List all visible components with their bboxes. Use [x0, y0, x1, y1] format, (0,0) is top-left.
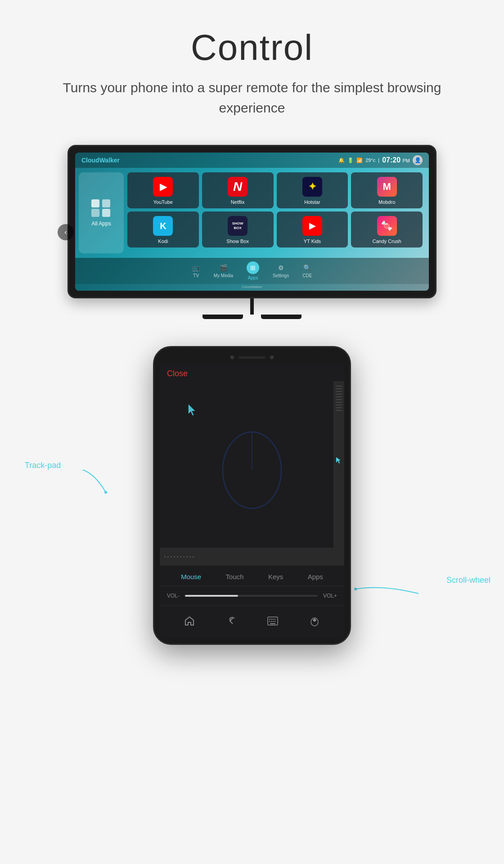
- subtitle: Turns your phone into a super remote for…: [36, 77, 468, 118]
- apps-icon: ⊞: [247, 261, 259, 274]
- tv-battery-icon: 🔋: [347, 158, 354, 163]
- ytkids-label: YT Kids: [304, 238, 321, 244]
- hotstar-icon: ✦: [302, 177, 322, 197]
- trackpad-label: Track-pad: [25, 461, 61, 470]
- phone-scroll-bar[interactable]: [333, 381, 344, 548]
- tv-nav-bar: 📺 TV 🎬 My Media ⊞ Apps ⚙ Settings 🔍: [75, 258, 429, 284]
- tv-brand: CloudWalker: [81, 157, 120, 164]
- tv-statusbar-right: 🔔 🔋 📶 29°c | 07:20 PM 👤: [338, 155, 423, 165]
- showbox-icon: SHOWBOX: [228, 216, 248, 236]
- vol-slider[interactable]: [185, 595, 318, 597]
- netflix-icon: N: [228, 177, 248, 197]
- tv-nav-apps[interactable]: ⊞ Apps: [247, 261, 259, 280]
- phone-bottom-nav: [160, 605, 344, 637]
- kodi-icon: K: [153, 216, 173, 236]
- vol-low-label: VOL-: [167, 593, 180, 599]
- cde-icon: 🔍: [303, 264, 311, 272]
- candy-icon: 🍬: [377, 216, 397, 236]
- tv-prev-arrow[interactable]: ‹: [58, 224, 74, 240]
- tv-statusbar: CloudWalker 🔔 🔋 📶 29°c | 07:20 PM 👤: [75, 153, 429, 168]
- app-tile-showbox[interactable]: SHOWBOX Show Box: [202, 212, 274, 248]
- kodi-label: Kodi: [158, 238, 168, 244]
- scroll-line: [336, 407, 342, 408]
- candy-label: Candy Crush: [373, 238, 401, 244]
- page-title: Control: [36, 27, 468, 68]
- scroll-line: [336, 394, 342, 395]
- tv-nav-settings[interactable]: ⚙ Settings: [273, 264, 289, 278]
- svg-point-1: [354, 588, 357, 590]
- tv-stand-pole: [250, 298, 254, 315]
- tv-brand-footer: CloudWalker: [75, 284, 429, 291]
- phone-wrapper: Close: [153, 346, 351, 645]
- scroll-cursor-icon: [335, 456, 342, 466]
- mouse-drawing: [207, 407, 297, 522]
- tv-foot-left: [202, 315, 243, 319]
- all-apps-label: All Apps: [91, 220, 111, 227]
- netflix-label: Netflix: [231, 199, 245, 205]
- tv-screen: CloudWalker 🔔 🔋 📶 29°c | 07:20 PM 👤: [75, 153, 429, 291]
- tv-nav-cde[interactable]: 🔍 CDE: [302, 264, 312, 278]
- close-button[interactable]: Close: [167, 369, 188, 378]
- mymedia-icon: 🎬: [219, 264, 227, 272]
- app-tile-hotstar[interactable]: ✦ Hotstar: [277, 172, 348, 208]
- tv-nav-cde-label: CDE: [302, 273, 312, 278]
- tv-foot-right: [261, 315, 302, 319]
- scroll-line: [336, 402, 342, 403]
- mouse-svg: [207, 407, 297, 520]
- scroll-bar-lines: [336, 386, 342, 411]
- app-tile-candy[interactable]: 🍬 Candy Crush: [351, 212, 423, 248]
- mode-keys[interactable]: Keys: [268, 573, 283, 580]
- header-section: Control Turns your phone into a super re…: [0, 0, 504, 131]
- tv-all-apps-tile[interactable]: All Apps: [79, 172, 124, 253]
- tv-nav-mymedia[interactable]: 🎬 My Media: [214, 264, 233, 278]
- app-tile-youtube[interactable]: ▶ YouTube: [127, 172, 199, 208]
- app-tile-ytkids[interactable]: ▶ YT Kids: [277, 212, 348, 248]
- svg-point-0: [104, 491, 107, 494]
- hotstar-label: Hotstar: [304, 199, 320, 205]
- app-tile-mobdro[interactable]: M Mobdro: [351, 172, 423, 208]
- keyboard-icon[interactable]: [264, 612, 282, 630]
- tv-nav-tv[interactable]: 📺 TV: [192, 264, 200, 278]
- tv-period: PM: [403, 158, 410, 163]
- scroll-line: [336, 396, 342, 397]
- tv-avatar: 👤: [413, 155, 423, 165]
- phone-mode-bar: Mouse Touch Keys Apps: [160, 566, 344, 586]
- phone-top-bar: [160, 356, 344, 364]
- youtube-icon: ▶: [153, 177, 173, 197]
- scroll-line: [336, 388, 342, 389]
- tv-apps-grid: ▶ YouTube N Netflix ✦ Hotstar: [127, 172, 423, 248]
- app-tile-kodi[interactable]: K Kodi: [127, 212, 199, 248]
- phone-close-bar: Close: [160, 364, 344, 381]
- ytkids-icon: ▶: [302, 216, 322, 236]
- tv-time: 07:20 PM: [382, 156, 410, 164]
- mouse-nav-icon[interactable]: [306, 612, 324, 630]
- youtube-label: YouTube: [153, 199, 173, 205]
- phone-screen: Close: [160, 364, 344, 637]
- vol-fill: [185, 595, 238, 597]
- tv-nav-settings-label: Settings: [273, 273, 289, 278]
- tv-icon: 📺: [192, 264, 200, 272]
- mode-touch[interactable]: Touch: [226, 573, 244, 580]
- scroll-line: [336, 391, 342, 392]
- back-icon[interactable]: [222, 612, 240, 630]
- phone-divider-strip: [160, 548, 344, 566]
- tv-nav-tv-label: TV: [193, 273, 199, 278]
- home-icon[interactable]: [180, 612, 198, 630]
- tv-divider: |: [378, 158, 379, 163]
- tv-wifi-icon: 📶: [356, 158, 363, 163]
- all-apps-grid: [91, 199, 111, 217]
- phone-trackpad-area[interactable]: [160, 381, 344, 548]
- mode-apps[interactable]: Apps: [308, 573, 323, 580]
- tv-body: CloudWalker 🔔 🔋 📶 29°c | 07:20 PM 👤: [68, 145, 436, 298]
- mode-mouse[interactable]: Mouse: [181, 573, 201, 580]
- phone-body: Close: [153, 346, 351, 645]
- phone-speaker: [238, 356, 266, 359]
- tv-container: ‹ CloudWalker 🔔 🔋 📶 29°c | 07:20 PM 👤: [68, 145, 436, 319]
- scroll-arrow: [346, 576, 428, 612]
- app-tile-netflix[interactable]: N Netflix: [202, 172, 274, 208]
- mobdro-icon: M: [377, 177, 397, 197]
- scroll-line: [336, 399, 342, 400]
- settings-icon: ⚙: [277, 264, 285, 272]
- showbox-label: Show Box: [226, 238, 249, 244]
- phone-camera-right: [270, 356, 274, 359]
